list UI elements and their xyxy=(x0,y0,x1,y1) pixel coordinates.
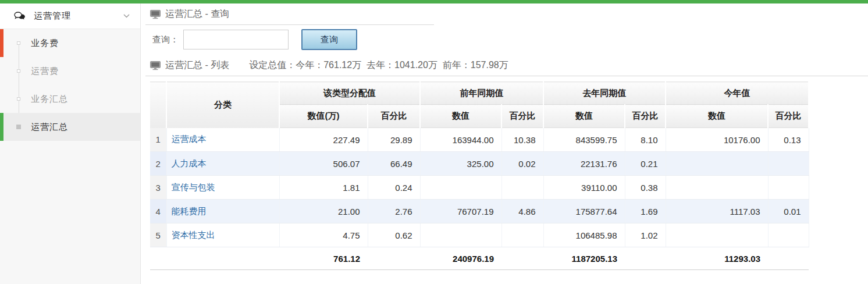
table-row: 1运营成本227.4929.89163944.0010.38843599.758… xyxy=(150,128,809,152)
value-cell: 29.89 xyxy=(368,128,420,152)
value-cell xyxy=(666,223,768,247)
value-cell xyxy=(666,152,768,176)
value-cell: 39110.00 xyxy=(543,176,625,200)
value-cell xyxy=(501,176,543,200)
value-cell xyxy=(420,176,501,200)
main-content: 运营汇总 - 查询 查询： 查询 运营汇总 - 列表 设定总值：今年：761.1… xyxy=(141,3,868,284)
query-form: 查询： 查询 xyxy=(152,29,868,50)
sidebar-item-label: 业务汇总 xyxy=(31,94,68,105)
sidebar-item-label: 业务费 xyxy=(31,38,59,49)
comments-icon xyxy=(14,12,26,21)
sub-header-percent: 百分比 xyxy=(368,105,420,128)
query-input-label: 查询： xyxy=(152,34,179,45)
sub-header-percent: 百分比 xyxy=(501,105,543,128)
value-cell: 0.21 xyxy=(625,152,666,176)
sidebar-menu-list: 业务费运营费业务汇总运营汇总 xyxy=(0,29,140,141)
group-header-last-year: 去年同期值 xyxy=(543,82,666,105)
item-bullet-icon xyxy=(17,69,20,73)
value-cell: 10.38 xyxy=(501,128,543,152)
category-cell: 人力成本 xyxy=(166,152,279,176)
category-column-header: 分类 xyxy=(166,82,279,128)
item-bullet-icon xyxy=(17,97,20,101)
sub-header-value: 数值(万) xyxy=(279,105,368,128)
category-link[interactable]: 宣传与包装 xyxy=(172,182,215,192)
item-bullet-icon xyxy=(17,41,20,45)
value-cell: 175877.64 xyxy=(543,200,625,223)
query-section-header: 运营汇总 - 查询 xyxy=(145,3,434,25)
item-state-marker xyxy=(0,29,3,57)
table-row: 4能耗费用21.002.7676707.194.86175877.641.691… xyxy=(150,200,809,223)
value-cell: 21.00 xyxy=(279,200,368,223)
value-cell: 506.07 xyxy=(279,152,368,176)
value-cell: 227.49 xyxy=(279,128,368,152)
totals-row: 761.12 240976.19 1187205.13 11293.03 xyxy=(150,247,809,270)
value-cell: 1.81 xyxy=(279,176,368,200)
row-index-header xyxy=(150,82,166,128)
value-cell: 0.02 xyxy=(501,152,543,176)
sidebar-item-1[interactable]: 业务费 xyxy=(0,29,140,57)
row-index: 4 xyxy=(150,200,166,223)
row-index: 5 xyxy=(150,223,166,247)
value-cell: 76707.19 xyxy=(420,200,501,223)
value-cell: 163944.00 xyxy=(420,128,501,152)
value-cell: 0.24 xyxy=(368,176,420,200)
value-cell xyxy=(666,176,768,200)
value-cell xyxy=(768,176,809,200)
value-cell: 2.76 xyxy=(368,200,420,223)
group-header-alloc: 该类型分配值 xyxy=(279,82,420,105)
value-cell: 4.75 xyxy=(279,223,368,247)
category-link[interactable]: 运营成本 xyxy=(172,134,207,144)
value-cell xyxy=(501,223,543,247)
item-state-marker xyxy=(0,85,3,113)
item-state-marker xyxy=(0,113,3,141)
sidebar-item-label: 运营汇总 xyxy=(31,122,68,133)
category-cell: 资本性支出 xyxy=(166,223,279,247)
summary-table: 分类 该类型分配值 前年同期值 去年同期值 今年值 数值(万) 百分比 数值 百… xyxy=(150,81,809,270)
category-link[interactable]: 资本性支出 xyxy=(172,230,215,240)
category-cell: 运营成本 xyxy=(166,128,279,152)
category-link[interactable]: 人力成本 xyxy=(172,158,207,168)
value-cell: 0.62 xyxy=(368,223,420,247)
value-cell xyxy=(768,223,809,247)
value-cell xyxy=(768,152,809,176)
table-row: 3宣传与包装1.810.2439110.000.38 xyxy=(150,176,809,200)
row-index: 1 xyxy=(150,128,166,152)
sidebar-item-2[interactable]: 运营费 xyxy=(0,57,140,85)
sidebar-item-3[interactable]: 业务汇总 xyxy=(0,85,140,113)
value-cell: 66.49 xyxy=(368,152,420,176)
table-row: 2人力成本506.0766.49325.000.0222131.760.21 xyxy=(150,152,809,176)
value-cell: 843599.75 xyxy=(543,128,625,152)
query-section-title: 运营汇总 - 查询 xyxy=(165,8,229,20)
monitor-icon xyxy=(150,61,161,70)
category-link[interactable]: 能耗费用 xyxy=(172,206,207,216)
value-cell: 1117.03 xyxy=(666,200,768,223)
value-cell: 1.69 xyxy=(625,200,666,223)
value-cell: 325.00 xyxy=(420,152,501,176)
value-cell: 0.38 xyxy=(625,176,666,200)
chevron-down-icon xyxy=(123,14,130,18)
value-cell: 0.13 xyxy=(768,128,809,152)
value-cell: 22131.76 xyxy=(543,152,625,176)
sidebar-item-4[interactable]: 运营汇总 xyxy=(0,113,140,141)
sub-header-percent: 百分比 xyxy=(625,105,666,128)
list-section-title: 运营汇总 - 列表 xyxy=(165,59,229,72)
query-button[interactable]: 查询 xyxy=(301,29,357,50)
group-header-this-year: 今年值 xyxy=(666,82,809,105)
total-this-year: 11293.03 xyxy=(666,247,768,270)
value-cell xyxy=(420,223,501,247)
sidebar-menu-header[interactable]: 运营管理 xyxy=(0,3,140,29)
query-input[interactable] xyxy=(183,30,289,49)
category-cell: 宣传与包装 xyxy=(166,176,279,200)
value-cell: 0.01 xyxy=(768,200,809,223)
monitor-icon xyxy=(150,10,161,19)
table-row: 5资本性支出4.750.62106485.981.02 xyxy=(150,223,809,247)
total-alloc: 761.12 xyxy=(279,247,368,270)
sub-header-value: 数值 xyxy=(543,105,625,128)
item-state-marker xyxy=(0,57,3,85)
value-cell: 10176.00 xyxy=(666,128,768,152)
set-totals-summary: 设定总值：今年：761.12万 去年：1041.20万 前年：157.98万 xyxy=(249,59,508,72)
value-cell: 4.86 xyxy=(501,200,543,223)
value-cell: 8.10 xyxy=(625,128,666,152)
list-section-header: 运营汇总 - 列表 设定总值：今年：761.12万 去年：1041.20万 前年… xyxy=(145,55,868,76)
sidebar: 运营管理 业务费运营费业务汇总运营汇总 xyxy=(0,3,141,284)
